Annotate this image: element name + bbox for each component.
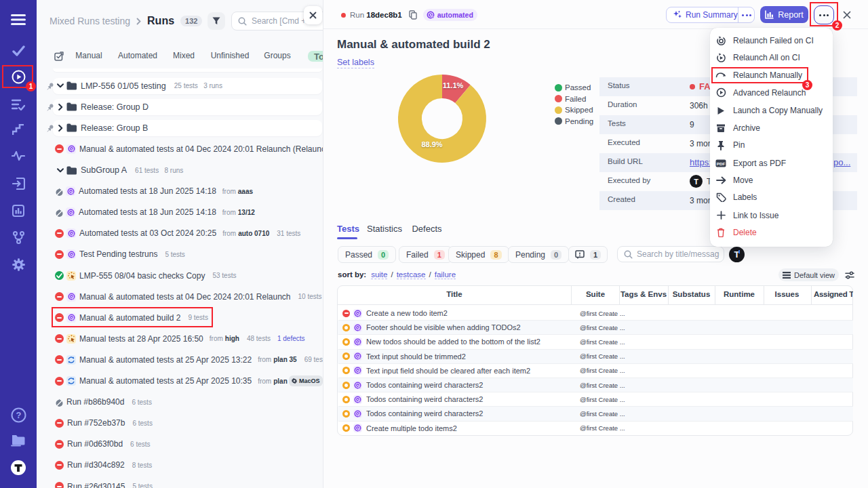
svg-text:11.1%: 11.1% [443,81,464,89]
svg-text:PDF: PDF [717,161,726,165]
svg-text:88.9%: 88.9% [421,140,442,148]
svg-text:?: ? [16,410,21,420]
